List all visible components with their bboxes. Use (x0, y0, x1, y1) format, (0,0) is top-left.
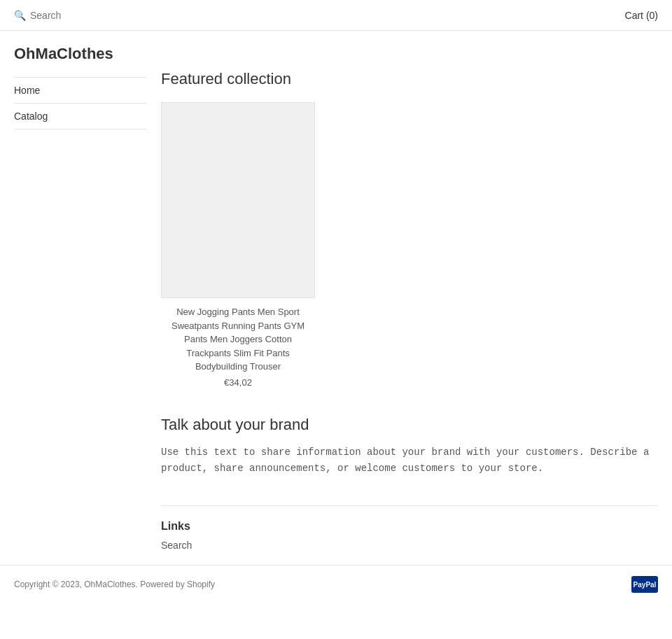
main-content: Featured collection New Jogging Pants Me… (147, 70, 658, 565)
footer: Copyright © 2023, OhMaClothes. Powered b… (0, 565, 672, 603)
header-search-area: 🔍 (14, 10, 170, 21)
product-card[interactable]: New Jogging Pants Men Sport Sweatpants R… (161, 102, 315, 388)
sidebar-item-catalog[interactable]: Catalog (14, 104, 147, 129)
footer-copyright: Copyright © 2023, OhMaClothes. Powered b… (14, 580, 215, 589)
search-input[interactable] (30, 10, 170, 21)
product-info: New Jogging Pants Men Sport Sweatpants R… (161, 305, 315, 388)
product-grid: New Jogging Pants Men Sport Sweatpants R… (161, 102, 658, 388)
product-image (161, 102, 315, 298)
product-name: New Jogging Pants Men Sport Sweatpants R… (161, 305, 315, 374)
search-icon: 🔍 (14, 10, 26, 21)
brand-title: OhMaClothes (0, 31, 672, 70)
content-area: Home Catalog Featured collection New Jog… (0, 70, 672, 565)
brand-description: Use this text to share information about… (161, 444, 658, 478)
paypal-label: PayPal (634, 581, 657, 589)
product-price: €34,02 (161, 377, 315, 388)
sidebar-item-home[interactable]: Home (14, 77, 147, 104)
sidebar: Home Catalog (14, 70, 147, 565)
cart-link[interactable]: Cart (0) (625, 10, 658, 21)
brand-section-title: Talk about your brand (161, 416, 658, 434)
links-title: Links (161, 520, 644, 533)
links-search[interactable]: Search (161, 540, 644, 551)
footer-links-section: Links Search (161, 520, 658, 565)
divider (161, 505, 658, 506)
featured-collection-title: Featured collection (161, 70, 658, 88)
header: 🔍 Cart (0) (0, 0, 672, 31)
brand-section: Talk about your brand Use this text to s… (161, 416, 658, 478)
paypal-icon: PayPal (631, 576, 658, 593)
